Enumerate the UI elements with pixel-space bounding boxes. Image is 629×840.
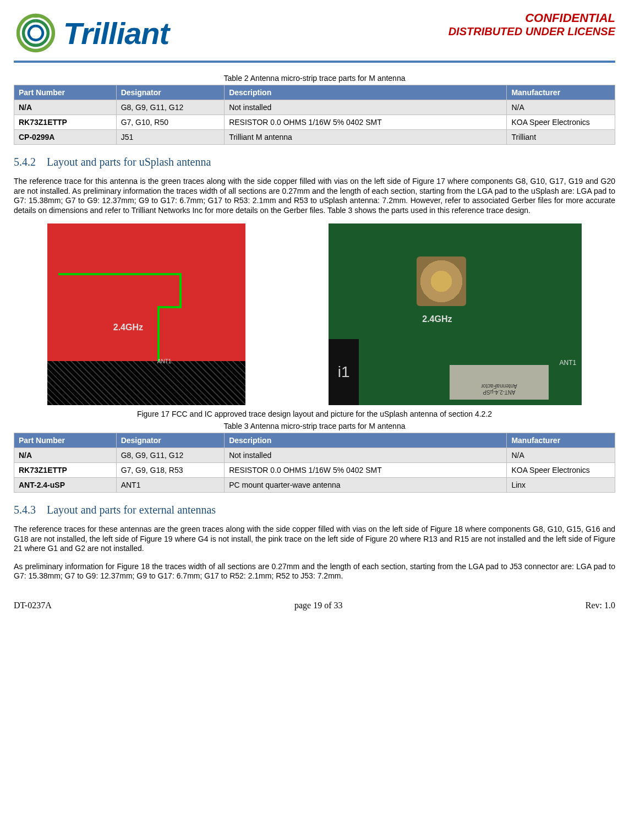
table-row: ANT-2.4-uSP ANT1 PC mount quarter-wave a… — [14, 478, 615, 493]
table2: Part Number Designator Description Manuf… — [14, 85, 615, 145]
table-row: N/A G8, G9, G11, G12 Not installed N/A — [14, 100, 615, 115]
figure17-layout: 2.4GHz ANT1 — [47, 223, 245, 405]
trilliant-logo-icon — [14, 11, 58, 55]
section-543-body2: As preliminary information for Figure 18… — [14, 562, 615, 581]
table-row: CP-0299A J51 Trilliant M antenna Trillia… — [14, 130, 615, 145]
sma-connector-icon — [417, 257, 466, 306]
confidential-label: CONFIDENTIAL — [448, 11, 615, 25]
th-desc: Description — [225, 433, 507, 448]
table-row: RK73Z1ETTP G7, G9, G18, R53 RESISTOR 0.0… — [14, 463, 615, 478]
doc-id: DT-0237A — [14, 601, 52, 610]
th-part: Part Number — [14, 433, 117, 448]
section-542-body: The reference trace for this antenna is … — [14, 177, 615, 215]
th-desig: Designator — [116, 433, 225, 448]
logo-text: Trilliant — [63, 15, 169, 51]
table3: Part Number Designator Description Manuf… — [14, 433, 615, 493]
logo: Trilliant — [14, 11, 169, 55]
table2-caption: Table 2 Antenna micro-strip trace parts … — [14, 74, 615, 83]
table3-caption: Table 3 Antenna micro-strip trace parts … — [14, 422, 615, 430]
page-number: page 19 of 33 — [294, 601, 343, 610]
section-542-heading: 5.4.2Layout and parts for uSplash antenn… — [14, 156, 615, 168]
page-footer: DT-0237A page 19 of 33 Rev: 1.0 — [14, 601, 615, 610]
th-part: Part Number — [14, 85, 117, 100]
th-desc: Description — [225, 85, 507, 100]
figure17-row: 2.4GHz ANT1 2.4GHz ANT1 ANT-2.4-µSPAnten… — [14, 223, 615, 405]
page-header: Trilliant CONFIDENTIAL DISTRIBUTED UNDER… — [14, 11, 615, 55]
th-mfr: Manufacturer — [507, 85, 615, 100]
antenna-chip: ANT-2.4-µSPAntennaFactor — [450, 365, 549, 400]
figure17-photo: 2.4GHz ANT1 ANT-2.4-µSPAntennaFactor i1 — [329, 223, 582, 405]
figure17-caption: Figure 17 FCC and IC approved trace desi… — [14, 410, 615, 418]
table-row: RK73Z1ETTP G7, G10, R50 RESISTOR 0.0 OHM… — [14, 115, 615, 130]
th-desig: Designator — [116, 85, 225, 100]
confidential-block: CONFIDENTIAL DISTRIBUTED UNDER LICENSE — [448, 11, 615, 38]
rev: Rev: 1.0 — [586, 601, 615, 610]
distributed-label: DISTRIBUTED UNDER LICENSE — [448, 25, 615, 38]
header-rule — [14, 61, 615, 63]
section-543-heading: 5.4.3Layout and parts for external anten… — [14, 504, 615, 516]
section-543-body1: The reference traces for these antennas … — [14, 525, 615, 554]
table-row: N/A G8, G9, G11, G12 Not installed N/A — [14, 448, 615, 463]
edge-mark: i1 — [329, 339, 359, 405]
th-mfr: Manufacturer — [507, 433, 615, 448]
